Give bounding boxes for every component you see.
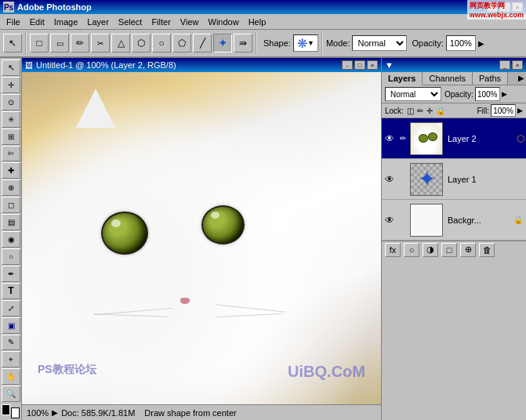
layers-minimize-button[interactable]: _ bbox=[499, 60, 510, 70]
lock-all-icon[interactable]: 🔒 bbox=[436, 107, 445, 115]
tool-move[interactable]: ✛ bbox=[2, 77, 20, 93]
tool-shape2[interactable]: ⬡ bbox=[132, 34, 151, 52]
tool-rect[interactable]: □ bbox=[30, 34, 49, 52]
layer2-visibility[interactable]: 👁 bbox=[383, 132, 396, 145]
lock-transparent-icon[interactable]: ◫ bbox=[407, 107, 414, 115]
layer2-thumb-cat bbox=[411, 123, 442, 154]
menu-select[interactable]: Select bbox=[114, 16, 147, 28]
tool-magic-wand[interactable]: ✳ bbox=[2, 111, 20, 128]
tool-notes[interactable]: ✎ bbox=[2, 335, 20, 351]
tool-crop[interactable]: ⊞ bbox=[2, 129, 20, 145]
tool-extra[interactable]: ⇛ bbox=[234, 34, 252, 52]
tool-arrow[interactable]: ↖ bbox=[3, 34, 22, 52]
tab-layers[interactable]: Layers bbox=[382, 72, 423, 85]
layer-delete-button[interactable]: 🗑 bbox=[479, 243, 495, 257]
tool-type[interactable]: T bbox=[2, 283, 20, 299]
tab-paths[interactable]: Paths bbox=[473, 72, 508, 85]
tool-eyedropper[interactable]: ⌖ bbox=[2, 351, 20, 368]
background-thumb-white bbox=[411, 205, 442, 236]
doc-close-button[interactable]: × bbox=[367, 60, 378, 70]
shape-picker[interactable]: ❋ ▼ bbox=[293, 34, 318, 52]
document-window: 🖼 Untitled-1 @ 100% (Layer 2, RGB/8) - □… bbox=[22, 58, 381, 420]
tool-poly[interactable]: ⬠ bbox=[172, 34, 191, 52]
layer2-link-icon: ⬡ bbox=[517, 133, 524, 144]
tool-shape-active[interactable]: ▣ bbox=[2, 317, 20, 334]
layers-menu-button[interactable]: ▶ bbox=[517, 72, 526, 85]
layer-new-button[interactable]: ⊕ bbox=[460, 243, 476, 257]
layer-item-layer1[interactable]: 👁 ✦ Layer 1 bbox=[382, 159, 526, 200]
menu-filter[interactable]: Filter bbox=[147, 16, 175, 28]
background-brush[interactable] bbox=[397, 215, 408, 226]
layer-item-background[interactable]: 👁 Backgr... 🔒 bbox=[382, 200, 526, 241]
doc-maximize-button[interactable]: □ bbox=[354, 60, 365, 70]
tool-dodge[interactable]: ○ bbox=[2, 248, 20, 265]
menu-image[interactable]: Image bbox=[49, 16, 83, 28]
mode-dropdown[interactable]: Normal bbox=[352, 35, 407, 51]
document-icon: 🖼 bbox=[25, 61, 33, 70]
layer-fx-button[interactable]: fx bbox=[385, 243, 401, 257]
tool-custom-shape[interactable]: ✦ bbox=[213, 34, 232, 52]
tool-ellipse[interactable]: ○ bbox=[152, 34, 171, 52]
tool-eraser2[interactable]: ◻ bbox=[2, 197, 20, 213]
background-visibility[interactable]: 👁 bbox=[383, 214, 396, 226]
doc-canvas[interactable]: PS教程论坛 UiBQ.CoM bbox=[22, 72, 381, 404]
tool-line[interactable]: ╱ bbox=[193, 34, 212, 52]
layer1-brush[interactable] bbox=[397, 174, 408, 185]
fill-arrow[interactable]: ▶ bbox=[517, 107, 523, 114]
tab-channels[interactable]: Channels bbox=[423, 72, 472, 85]
layer-adj-button[interactable]: ◑ bbox=[423, 243, 438, 257]
foreground-color[interactable] bbox=[2, 404, 10, 415]
tool-gradient[interactable]: ▤ bbox=[2, 214, 20, 230]
tool-eraser[interactable]: ✂ bbox=[91, 34, 110, 52]
layers-panel-title: ▼ bbox=[385, 60, 394, 70]
tool-lasso[interactable]: ⊙ bbox=[2, 94, 20, 110]
tool-round-rect[interactable]: ▭ bbox=[50, 34, 69, 52]
layers-opacity-input[interactable] bbox=[475, 87, 500, 101]
menu-edit[interactable]: Edit bbox=[25, 16, 49, 28]
blend-mode-dropdown[interactable]: Normal bbox=[385, 87, 441, 101]
tool-select[interactable]: ↖ bbox=[2, 60, 20, 76]
background-lock-icon: 🔒 bbox=[513, 215, 523, 224]
menu-view[interactable]: View bbox=[176, 16, 204, 28]
layers-bottom: fx ○ ◑ □ ⊕ 🗑 bbox=[382, 241, 526, 258]
menu-help[interactable]: Help bbox=[244, 16, 271, 28]
lock-label: Lock: bbox=[385, 107, 404, 115]
layers-panel-title-bar: ▼ _ × bbox=[382, 58, 526, 72]
layer2-thumbnail bbox=[410, 122, 443, 155]
shape-dropdown-arrow[interactable]: ▼ bbox=[307, 39, 314, 47]
tool-slice[interactable]: ✄ bbox=[2, 146, 20, 162]
tool-brush[interactable]: ✏ bbox=[71, 34, 89, 52]
menu-file[interactable]: File bbox=[2, 16, 25, 28]
thumb-cat-eye-l bbox=[419, 134, 428, 143]
doc-minimize-button[interactable]: - bbox=[342, 60, 353, 70]
layer-item-layer2[interactable]: 👁 ✏ Layer 2 ⬡ bbox=[382, 118, 526, 159]
tool-clone[interactable]: ⊕ bbox=[2, 179, 20, 196]
tool-healing[interactable]: ✚ bbox=[2, 162, 20, 179]
layer-group-button[interactable]: □ bbox=[441, 243, 457, 257]
lock-pixels-icon[interactable]: ✏ bbox=[417, 107, 423, 115]
background-color[interactable] bbox=[11, 407, 20, 418]
layers-opacity-arrow[interactable]: ▶ bbox=[502, 90, 507, 98]
menu-layer[interactable]: Layer bbox=[82, 16, 114, 28]
lock-position-icon[interactable]: ✛ bbox=[426, 107, 433, 115]
document-title: Untitled-1 @ 100% (Layer 2, RGB/8) bbox=[36, 60, 176, 70]
tool-path[interactable]: ⤢ bbox=[2, 300, 20, 317]
shape-selector: Shape: ❋ ▼ bbox=[263, 34, 318, 52]
tool-hand[interactable]: ✋ bbox=[2, 368, 20, 385]
tool-zoom[interactable]: 🔍 bbox=[2, 386, 20, 402]
tool-pen[interactable]: ✒ bbox=[2, 266, 20, 282]
toolbar-sep-1 bbox=[25, 32, 27, 54]
layer2-brush[interactable]: ✏ bbox=[397, 133, 408, 144]
opacity-stepper[interactable]: ▶ bbox=[478, 39, 484, 48]
layer1-visibility[interactable]: 👁 bbox=[383, 173, 396, 186]
fill-input[interactable] bbox=[491, 104, 516, 117]
tool-blur[interactable]: ◉ bbox=[2, 231, 20, 248]
layer2-name: Layer 2 bbox=[444, 134, 515, 143]
layer-mask-button[interactable]: ○ bbox=[404, 243, 419, 257]
layers-close-button[interactable]: × bbox=[512, 60, 523, 70]
status-arrow[interactable]: ▶ bbox=[52, 408, 58, 417]
menu-window[interactable]: Window bbox=[204, 16, 244, 28]
cat-eye-right bbox=[201, 205, 245, 244]
tool-shape1[interactable]: △ bbox=[111, 34, 130, 52]
opacity-input[interactable] bbox=[446, 35, 476, 51]
